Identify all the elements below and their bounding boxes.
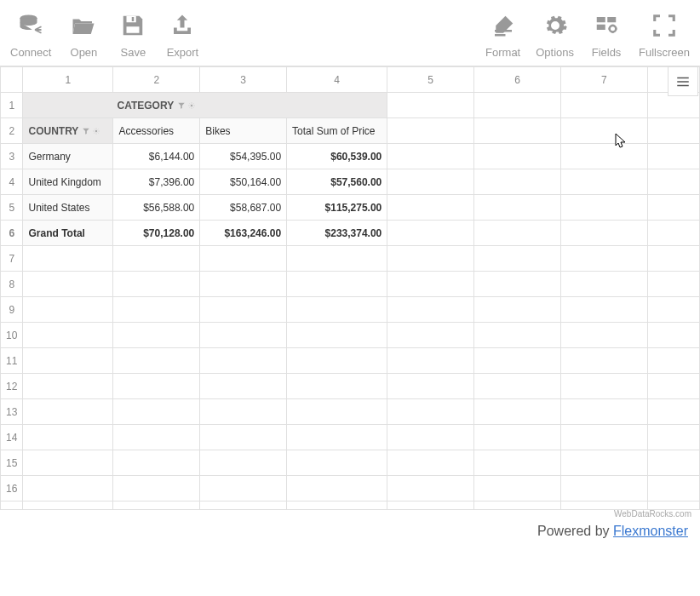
country-header[interactable]: COUNTRY (23, 118, 113, 144)
empty-cell[interactable] (287, 399, 387, 425)
empty-cell[interactable] (387, 169, 474, 195)
fullscreen-button[interactable]: Fullscreen (635, 10, 693, 59)
empty-cell[interactable] (387, 399, 474, 425)
empty-cell[interactable] (647, 195, 699, 221)
empty-cell[interactable] (387, 425, 474, 450)
empty-cell[interactable] (647, 425, 699, 450)
row-number-1[interactable]: 1 (1, 93, 23, 118)
row-number-5[interactable]: 5 (1, 195, 23, 221)
empty-cell[interactable] (560, 246, 647, 272)
save-button[interactable]: Save (112, 10, 153, 59)
empty-cell[interactable] (200, 348, 287, 374)
empty-cell[interactable] (23, 501, 113, 510)
empty-cell[interactable] (474, 195, 561, 221)
empty-cell[interactable] (287, 297, 387, 323)
empty-cell[interactable] (113, 476, 200, 501)
empty-cell[interactable] (200, 323, 287, 348)
empty-cell[interactable] (560, 348, 647, 374)
empty-cell[interactable] (560, 93, 647, 118)
data-cell[interactable]: $70,128.00 (113, 221, 200, 246)
row-number-3[interactable]: 3 (1, 144, 23, 169)
empty-cell[interactable] (23, 323, 113, 348)
empty-cell[interactable] (200, 374, 287, 399)
empty-cell[interactable] (647, 272, 699, 297)
empty-cell[interactable] (287, 323, 387, 348)
empty-cell[interactable] (647, 323, 699, 348)
row-number-8[interactable]: 8 (1, 272, 23, 297)
empty-cell[interactable] (287, 476, 387, 501)
empty-cell[interactable] (23, 476, 113, 501)
empty-cell[interactable] (113, 272, 200, 297)
options-button[interactable]: Options (532, 10, 577, 59)
row-number-6[interactable]: 6 (1, 221, 23, 246)
empty-cell[interactable] (474, 323, 561, 348)
row-label[interactable]: Grand Total (23, 221, 113, 246)
category-header[interactable]: CATEGORY (23, 93, 387, 118)
empty-cell[interactable] (200, 399, 287, 425)
empty-cell[interactable] (560, 374, 647, 399)
empty-cell[interactable] (113, 450, 200, 476)
empty-cell[interactable] (200, 425, 287, 450)
empty-cell[interactable] (560, 476, 647, 501)
empty-cell[interactable] (474, 221, 561, 246)
empty-cell[interactable] (23, 450, 113, 476)
empty-cell[interactable] (200, 501, 287, 510)
empty-cell[interactable] (387, 144, 474, 169)
data-cell[interactable]: $60,539.00 (287, 144, 387, 169)
empty-cell[interactable] (474, 246, 561, 272)
empty-cell[interactable] (387, 195, 474, 221)
row-number-17[interactable] (1, 501, 23, 510)
empty-cell[interactable] (647, 297, 699, 323)
row-number-13[interactable]: 13 (1, 399, 23, 425)
col-number-2[interactable]: 2 (113, 67, 200, 93)
empty-cell[interactable] (387, 476, 474, 501)
column-field-1[interactable]: Bikes (200, 118, 287, 144)
empty-cell[interactable] (647, 501, 699, 510)
empty-cell[interactable] (474, 297, 561, 323)
column-field-2[interactable]: Total Sum of Price (287, 118, 387, 144)
empty-cell[interactable] (113, 399, 200, 425)
empty-cell[interactable] (560, 501, 647, 510)
column-field-0[interactable]: Accessories (113, 118, 200, 144)
empty-cell[interactable] (474, 144, 561, 169)
empty-cell[interactable] (287, 450, 387, 476)
data-cell[interactable]: $233,374.00 (287, 221, 387, 246)
row-number-12[interactable]: 12 (1, 374, 23, 399)
empty-cell[interactable] (287, 374, 387, 399)
grid-menu-button[interactable] (668, 66, 698, 96)
empty-cell[interactable] (560, 399, 647, 425)
row-number-15[interactable]: 15 (1, 450, 23, 476)
empty-cell[interactable] (387, 348, 474, 374)
empty-cell[interactable] (474, 476, 561, 501)
empty-cell[interactable] (474, 399, 561, 425)
empty-cell[interactable] (387, 501, 474, 510)
format-button[interactable]: Format (482, 10, 524, 59)
empty-cell[interactable] (287, 246, 387, 272)
col-number-6[interactable]: 6 (474, 67, 561, 93)
empty-cell[interactable] (200, 246, 287, 272)
empty-cell[interactable] (113, 374, 200, 399)
empty-cell[interactable] (287, 348, 387, 374)
empty-cell[interactable] (387, 297, 474, 323)
empty-cell[interactable] (474, 118, 561, 144)
filter-icon[interactable] (82, 127, 90, 135)
empty-cell[interactable] (387, 93, 474, 118)
empty-cell[interactable] (560, 297, 647, 323)
empty-cell[interactable] (287, 501, 387, 510)
col-number-5[interactable]: 5 (387, 67, 474, 93)
connect-button[interactable]: Connect (7, 10, 55, 59)
empty-cell[interactable] (474, 348, 561, 374)
flexmonster-link[interactable]: Flexmonster (613, 524, 688, 538)
empty-cell[interactable] (647, 399, 699, 425)
row-number-10[interactable]: 10 (1, 323, 23, 348)
empty-cell[interactable] (200, 476, 287, 501)
empty-cell[interactable] (474, 425, 561, 450)
row-label[interactable]: United Kingdom (23, 169, 113, 195)
empty-cell[interactable] (113, 348, 200, 374)
empty-cell[interactable] (647, 169, 699, 195)
empty-cell[interactable] (647, 450, 699, 476)
empty-cell[interactable] (23, 374, 113, 399)
row-number-4[interactable]: 4 (1, 169, 23, 195)
data-cell[interactable]: $56,588.00 (113, 195, 200, 221)
empty-cell[interactable] (387, 221, 474, 246)
